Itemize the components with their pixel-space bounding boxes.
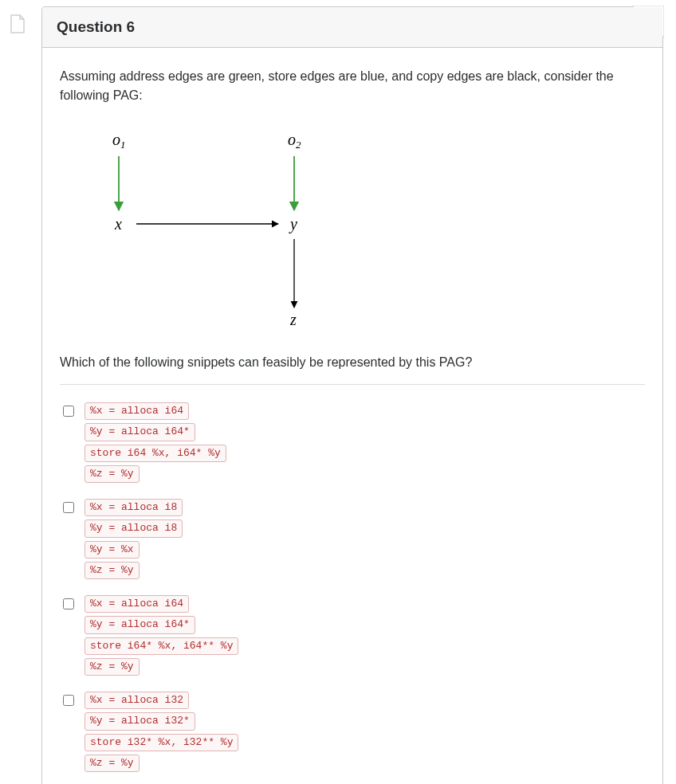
code-line: %y = alloca i8 [84, 519, 183, 537]
node-y: y [289, 215, 297, 233]
question-title: Question 6 [57, 18, 648, 36]
code-line: %x = alloca i32 [84, 692, 189, 709]
option-a-checkbox[interactable] [63, 406, 74, 417]
question-subprompt: Which of the following snippets can feas… [60, 355, 645, 370]
code-line: %x = alloca i64 [84, 595, 189, 613]
code-line: store i64* %x, i64** %y [84, 637, 238, 655]
option-c-snippet: %x = alloca i64 %y = alloca i64* store i… [84, 595, 238, 676]
code-line: %z = %y [84, 658, 140, 676]
option-d: %x = alloca i32 %y = alloca i32* store i… [60, 692, 645, 772]
question-card: Question 6 Assuming address edges are gr… [41, 6, 663, 784]
code-line: %z = %y [84, 562, 140, 579]
option-d-snippet: %x = alloca i32 %y = alloca i32* store i… [84, 692, 238, 772]
code-line: %y = alloca i64* [84, 616, 195, 633]
code-line: %y = alloca i32* [84, 712, 195, 730]
code-line: %y = alloca i64* [84, 423, 195, 441]
option-b-checkbox[interactable] [63, 502, 74, 513]
node-o2: o2 [288, 131, 301, 151]
card-body: Assuming address edges are green, store … [42, 48, 662, 784]
code-line: store i64 %x, i64* %y [84, 445, 226, 462]
code-line: store i32* %x, i32** %y [84, 734, 238, 751]
node-o1: o1 [112, 131, 126, 151]
option-b-snippet: %x = alloca i8 %y = alloca i8 %y = %x %z… [84, 499, 183, 579]
divider [60, 384, 645, 385]
code-line: %z = %y [84, 465, 140, 483]
code-line: %z = %y [84, 755, 140, 772]
page-outline-icon [10, 14, 26, 33]
option-c-checkbox[interactable] [63, 598, 74, 610]
option-c: %x = alloca i64 %y = alloca i64* store i… [60, 595, 645, 676]
option-b: %x = alloca i8 %y = alloca i8 %y = %x %z… [60, 499, 645, 579]
option-a: %x = alloca i64 %y = alloca i64* store i… [60, 402, 645, 483]
code-line: %y = %x [84, 541, 140, 559]
node-z: z [289, 311, 297, 328]
option-a-snippet: %x = alloca i64 %y = alloca i64* store i… [84, 402, 226, 483]
option-d-checkbox[interactable] [63, 695, 74, 706]
card-header: Question 6 [42, 7, 662, 48]
question-prompt: Assuming address edges are green, store … [60, 67, 645, 105]
node-x: x [114, 215, 122, 233]
code-line: %x = alloca i64 [84, 402, 189, 420]
pag-diagram: o1 o2 x y z [88, 127, 645, 338]
code-line: %x = alloca i8 [84, 499, 183, 516]
